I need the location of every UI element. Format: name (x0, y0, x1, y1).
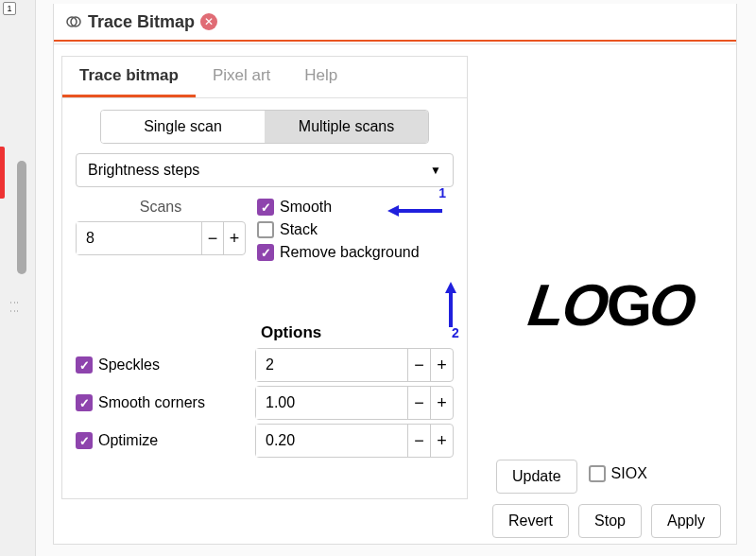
smooth-corners-input[interactable] (256, 387, 407, 419)
apply-button[interactable]: Apply (651, 504, 721, 538)
smooth-corners-stepper: − + (255, 386, 454, 420)
single-scan-button[interactable]: Single scan (101, 111, 265, 143)
tab-help[interactable]: Help (287, 57, 354, 97)
smooth-checkbox[interactable] (257, 199, 274, 216)
tab-bar: Trace bitmap Pixel art Help (62, 57, 467, 98)
optimize-plus-button[interactable]: + (430, 425, 453, 457)
mode-dropdown[interactable]: Brightness steps ▼ (76, 153, 454, 187)
smooth-corners-row: Smooth corners (76, 394, 246, 411)
dialog-window: Trace Bitmap ✕ Trace bitmap Pixel art He… (53, 4, 737, 545)
remove-bg-row: Remove background (257, 244, 420, 261)
stop-button[interactable]: Stop (578, 504, 642, 538)
close-icon[interactable]: ✕ (200, 13, 217, 30)
siox-checkbox[interactable] (589, 465, 606, 482)
content-area: Trace bitmap Pixel art Help Single scan … (54, 44, 736, 499)
annotation-arrow-2: 2 (442, 282, 459, 333)
multiple-scans-button[interactable]: Multiple scans (265, 111, 428, 143)
speckles-input[interactable] (256, 349, 407, 381)
scans-stepper: − + (76, 221, 246, 255)
smooth-corners-plus-button[interactable]: + (430, 387, 453, 419)
optimize-row: Optimize (76, 432, 246, 449)
dropdown-value: Brightness steps (88, 162, 199, 179)
optimize-label: Optimize (98, 432, 158, 449)
options-header: Options (261, 323, 467, 342)
scan-mode-toggle: Single scan Multiple scans (100, 110, 429, 144)
speckles-minus-button[interactable]: − (407, 349, 430, 381)
scans-input[interactable] (77, 222, 201, 254)
red-strip (0, 147, 5, 199)
smooth-corners-minus-button[interactable]: − (407, 387, 430, 419)
preview-image: LOGO (496, 252, 727, 356)
trace-bitmap-icon (65, 13, 82, 30)
speckles-row: Speckles (76, 356, 246, 374)
scans-minus-button[interactable]: − (201, 222, 223, 254)
remove-bg-label: Remove background (280, 244, 420, 261)
preview-logo-text: LOGO (529, 271, 695, 339)
scans-plus-button[interactable]: + (223, 222, 245, 254)
annotation-arrow-1: 1 (387, 202, 444, 219)
scrollbar[interactable] (17, 161, 26, 274)
revert-button[interactable]: Revert (492, 504, 569, 538)
smooth-corners-label: Smooth corners (98, 394, 205, 411)
smooth-label: Smooth (280, 199, 332, 216)
speckles-label: Speckles (98, 356, 160, 374)
stack-label: Stack (280, 221, 318, 238)
page-badge: 1 (3, 2, 16, 15)
stack-checkbox[interactable] (257, 221, 274, 238)
speckles-checkbox[interactable] (76, 356, 93, 374)
footer-buttons: Revert Stop Apply (492, 504, 721, 538)
drag-handle-icon[interactable]: ⋮⋮ (9, 298, 20, 315)
optimize-checkbox[interactable] (76, 432, 93, 449)
left-rail: 1 ⋮⋮ (0, 0, 36, 556)
scans-label: Scans (76, 199, 246, 216)
tab-trace-bitmap[interactable]: Trace bitmap (62, 57, 196, 97)
smooth-corners-checkbox[interactable] (76, 394, 93, 411)
optimize-input[interactable] (256, 425, 407, 457)
chevron-down-icon: ▼ (430, 164, 441, 177)
stack-row: Stack (257, 221, 420, 238)
preview-pane: LOGO Update SIOX (468, 44, 736, 499)
optimize-minus-button[interactable]: − (407, 425, 430, 457)
speckles-plus-button[interactable]: + (430, 349, 453, 381)
settings-panel: Trace bitmap Pixel art Help Single scan … (61, 56, 468, 499)
tab-pixel-art[interactable]: Pixel art (196, 57, 287, 97)
speckles-stepper: − + (255, 348, 454, 382)
titlebar: Trace Bitmap ✕ (54, 4, 736, 42)
remove-bg-checkbox[interactable] (257, 244, 274, 261)
update-button[interactable]: Update (496, 460, 577, 494)
svg-marker-5 (445, 282, 456, 293)
siox-row: SIOX (589, 465, 647, 482)
svg-marker-3 (387, 205, 399, 217)
siox-label: SIOX (611, 465, 647, 482)
dialog-title: Trace Bitmap (88, 12, 195, 32)
optimize-stepper: − + (255, 424, 454, 458)
